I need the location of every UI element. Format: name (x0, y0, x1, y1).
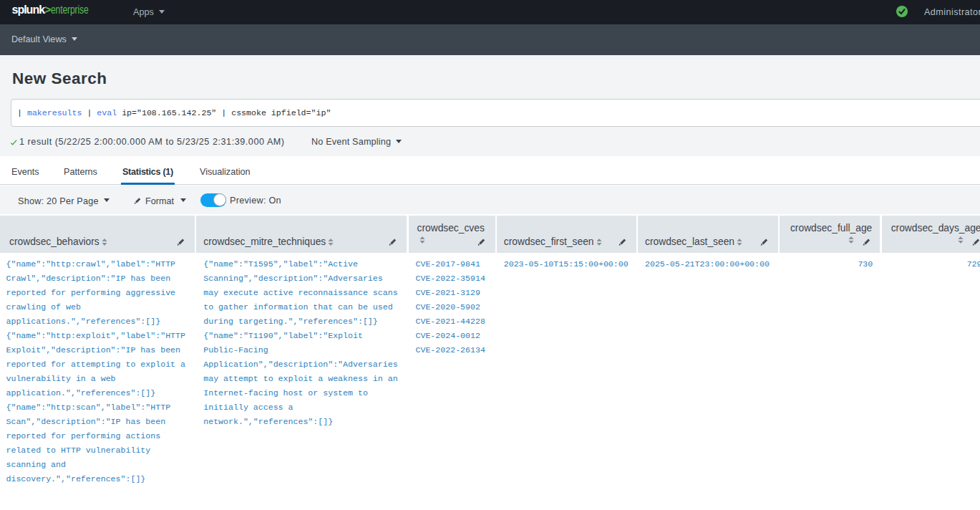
result-bar: 1 result (5/22/25 2:00:00.000 AM to 5/23… (0, 128, 980, 156)
query-command: makeresults (27, 108, 82, 117)
cell-crowdsec_mitre_techniques: {"name":"T1595","label":"Active Scanning… (196, 253, 407, 435)
column-header-crowdsec_first_seen[interactable]: crowdsec_first_seen (497, 216, 636, 253)
sort-icon[interactable] (419, 236, 425, 244)
sort-icon[interactable] (848, 236, 854, 244)
tab-statistics[interactable]: Statistics (1) (122, 156, 173, 185)
logo-enterprise-text: enterprise (51, 4, 89, 16)
cell-crowdsec_full_age: 730 (780, 253, 880, 277)
cell-value[interactable]: {"name":"http:crawl","label":"HTTP Crawl… (6, 259, 176, 326)
default-views-label: Default Views (11, 34, 67, 44)
cell-value[interactable]: CVE-2021-44228 (416, 317, 485, 326)
edit-pencil-icon[interactable] (177, 238, 185, 246)
column-name: crowdsec_last_seen (645, 236, 734, 247)
table-row: {"name":"http:crawl","label":"HTTP Crawl… (0, 253, 980, 492)
column-name: crowdsec_days_age (891, 223, 980, 234)
column-name: crowdsec_mitre_techniques (203, 236, 326, 247)
tab-visualization[interactable]: Visualization (200, 156, 250, 185)
tab-events[interactable]: Events (11, 156, 39, 185)
edit-pencil-icon[interactable] (389, 238, 397, 246)
cell-value[interactable]: 729 (967, 259, 980, 269)
query-text: | (17, 108, 27, 117)
column-name: crowdsec_first_seen (504, 236, 594, 247)
sort-icon[interactable] (328, 239, 334, 246)
format-label: Format (145, 196, 174, 206)
health-check-icon[interactable] (896, 6, 908, 17)
format-menu[interactable]: Format (134, 186, 186, 214)
column-header-crowdsec_full_age[interactable]: crowdsec_full_age (780, 216, 880, 253)
edit-pencil-icon[interactable] (477, 238, 486, 246)
results-toolbar: Show: 20 Per Page Format Preview: On (0, 186, 980, 214)
chevron-down-icon (104, 198, 110, 202)
logo-splunk-text: splunk (12, 4, 45, 16)
preview-toggle[interactable] (200, 193, 226, 207)
search-header-section: New Search | makeresults | eval ip="108.… (0, 55, 980, 156)
edit-pencil-icon[interactable] (760, 238, 769, 246)
cell-crowdsec_cves: CVE-2017-9841CVE-2022-35914CVE-2021-3129… (409, 253, 495, 363)
cell-value[interactable]: CVE-2021-3129 (416, 288, 480, 297)
cell-value[interactable]: CVE-2020-5902 (416, 302, 480, 312)
cell-value[interactable]: CVE-2022-26134 (416, 345, 485, 355)
column-header-crowdsec_last_seen[interactable]: crowdsec_last_seen (638, 216, 778, 253)
cell-value[interactable]: CVE-2024-0012 (416, 331, 480, 340)
cell-value[interactable]: {"name":"T1190","label":"Exploit Public-… (203, 331, 397, 426)
sort-icon[interactable] (596, 239, 602, 246)
result-count-text: 1 result (5/22/25 2:00:00.000 AM to 5/23… (19, 128, 285, 156)
statistics-table: crowdsec_behaviorscrowdsec_mitre_techniq… (0, 216, 980, 492)
success-check-icon (10, 140, 18, 146)
column-header-crowdsec_mitre_techniques[interactable]: crowdsec_mitre_techniques (196, 216, 407, 253)
cell-crowdsec_first_seen: 2023-05-10T15:15:00+00:00 (497, 253, 636, 277)
toggle-knob (213, 193, 226, 206)
cell-value[interactable]: CVE-2022-35914 (416, 274, 485, 283)
edit-pencil-icon[interactable] (618, 238, 627, 246)
edit-pencil-icon[interactable] (972, 238, 980, 246)
column-name: crowdsec_full_age (790, 223, 872, 234)
query-command: eval (97, 108, 117, 117)
column-name: crowdsec_behaviors (9, 236, 100, 247)
username-label: Administrator (924, 7, 980, 17)
event-sampling-label: No Event Sampling (311, 137, 391, 147)
cell-value[interactable]: {"name":"http:exploit","label":"HTTP Exp… (6, 331, 185, 398)
column-header-crowdsec_cves[interactable]: crowdsec_cves (409, 216, 495, 253)
column-header-crowdsec_days_age[interactable]: crowdsec_days_age (882, 216, 980, 253)
cell-crowdsec_last_seen: 2025-05-21T23:00:00+00:00 (638, 253, 778, 277)
logo-gt: > (44, 4, 51, 16)
column-header-crowdsec_behaviors[interactable]: crowdsec_behaviors (0, 216, 195, 253)
logo-enterprise-wrap: enterprise (51, 0, 89, 22)
sort-icon[interactable] (102, 239, 107, 246)
splunk-top-bar: splunk>enterprise Apps Administrator (0, 0, 980, 24)
per-page-menu[interactable]: Show: 20 Per Page (18, 186, 110, 214)
splunk-logo: splunk>enterprise (12, 0, 101, 22)
chevron-down-icon (396, 140, 402, 143)
preview-label: Preview: On (230, 186, 281, 214)
sort-icon[interactable] (737, 239, 742, 246)
tab-patterns[interactable]: Patterns (64, 156, 97, 185)
search-input[interactable]: | makeresults | eval ip="108.165.142.25"… (11, 99, 980, 127)
query-text: ip="108.165.142.25" | cssmoke ipfield="i… (117, 108, 331, 117)
sort-icon[interactable] (958, 236, 964, 244)
cell-crowdsec_days_age: 729 (882, 253, 980, 277)
cell-value[interactable]: {"name":"http:scan","label":"HTTP Scan",… (6, 403, 171, 483)
cell-value[interactable]: {"name":"T1595","label":"Active Scanning… (203, 259, 397, 326)
event-sampling-menu[interactable]: No Event Sampling (311, 128, 402, 156)
query-text: | (82, 108, 97, 117)
cell-value[interactable]: 2025-05-21T23:00:00+00:00 (645, 259, 770, 269)
apps-menu-label: Apps (133, 7, 154, 17)
column-name: crowdsec_cves (417, 223, 485, 234)
app-bar: Default Views (0, 24, 980, 55)
apps-menu[interactable]: Apps (133, 0, 165, 24)
page-title: New Search (12, 69, 107, 88)
chevron-down-icon (72, 37, 77, 41)
search-query-text[interactable]: | makeresults | eval ip="108.165.142.25"… (17, 100, 331, 126)
per-page-label: Show: 20 Per Page (18, 196, 99, 206)
pencil-icon (134, 197, 142, 204)
cell-value[interactable]: CVE-2017-9841 (416, 259, 480, 269)
edit-pencil-icon[interactable] (863, 238, 871, 246)
chevron-down-icon (180, 198, 186, 202)
results-tabs: EventsPatternsStatistics (1)Visualizatio… (0, 156, 980, 185)
cell-value[interactable]: 730 (858, 259, 873, 269)
default-views-menu[interactable]: Default Views (11, 24, 77, 55)
cell-crowdsec_behaviors: {"name":"http:crawl","label":"HTTP Crawl… (0, 253, 195, 492)
user-menu[interactable]: Administrator (924, 0, 980, 24)
cell-value[interactable]: 2023-05-10T15:15:00+00:00 (504, 259, 629, 269)
chevron-down-icon (159, 10, 165, 14)
